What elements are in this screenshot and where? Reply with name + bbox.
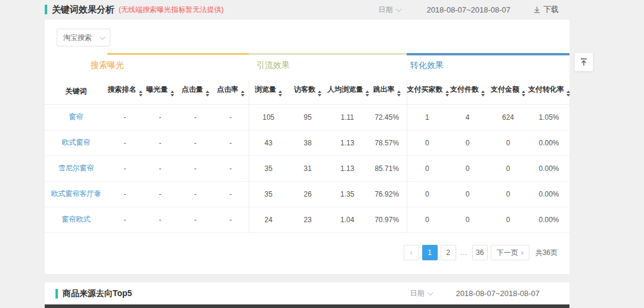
keyword-link[interactable]: 欧式窗帘 (62, 138, 91, 147)
column-header-12[interactable]: 支付转化率 (528, 79, 569, 104)
column-header-2[interactable]: 曝光量 (143, 79, 178, 104)
pagination: ‹12...36下一页›共36页 (404, 245, 558, 260)
pagination-page-1[interactable]: 1 (422, 245, 438, 260)
value-cell: - (178, 104, 213, 130)
column-header-11[interactable]: 支付金额 (488, 79, 528, 104)
channel-select-dropdown[interactable]: 淘宝搜索 (57, 29, 110, 46)
filter-row: 淘宝搜索 (45, 20, 569, 46)
column-header-4[interactable]: 点击率 (213, 79, 249, 104)
value-cell: 38 (288, 130, 327, 155)
value-cell: 624 (488, 104, 528, 130)
back-to-top-icon (579, 57, 589, 67)
keyword-cell: 欧式窗帘 (45, 130, 107, 155)
value-cell: 0.00% (528, 130, 569, 155)
bottom-section-title: 商品来源去向Top5 (63, 288, 132, 299)
keyword-link[interactable]: 窗帘欧式 (62, 215, 91, 223)
sort-icon[interactable] (566, 89, 570, 98)
value-cell: - (143, 181, 178, 207)
value-cell: - (107, 155, 143, 181)
column-header-label: 支付件数 (450, 85, 479, 94)
keyword-link[interactable]: 雪尼尔窗帘 (58, 164, 94, 172)
column-header-label: 支付转化率 (528, 85, 564, 94)
column-header-label: 曝光量 (147, 85, 168, 94)
pagination-next-button[interactable]: 下一页› (491, 245, 530, 260)
pagination-page-36[interactable]: 36 (472, 245, 488, 260)
back-to-top-button[interactable] (574, 52, 593, 71)
value-cell: 0 (447, 130, 488, 155)
keyword-table: 关键词搜索排名曝光量点击量点击率浏览量访客数人均浏览量跳出率支付买家数支付件数支… (45, 79, 569, 233)
download-button[interactable]: 下载 (533, 4, 559, 15)
sort-icon[interactable] (366, 89, 369, 98)
value-cell: - (213, 155, 249, 181)
value-cell: - (178, 181, 213, 207)
keyword-cell: 雪尼尔窗帘 (45, 155, 107, 181)
value-cell: 0 (407, 207, 447, 232)
value-cell: 1.35 (327, 181, 367, 207)
sort-icon[interactable] (278, 89, 282, 98)
group-label-1: 引流效果 (256, 60, 290, 71)
keyword-cell: 欧式窗帘客厅奢 (45, 181, 107, 207)
sort-icon[interactable] (522, 89, 525, 98)
value-cell: - (178, 155, 213, 181)
sort-icon[interactable] (206, 89, 209, 98)
sort-icon[interactable] (171, 89, 174, 98)
sort-icon[interactable] (397, 89, 401, 98)
title-accent-bar (45, 5, 47, 14)
value-cell: - (213, 104, 249, 130)
column-header-9[interactable]: 支付买家数 (407, 79, 447, 104)
date-filter-dropdown[interactable]: 日期 (378, 5, 400, 15)
value-cell: 31 (288, 155, 327, 181)
value-cell: - (143, 155, 178, 181)
value-cell: - (143, 130, 178, 155)
column-header-6[interactable]: 访客数 (288, 79, 327, 104)
value-cell: 26 (288, 181, 327, 207)
value-cell: 78.57% (367, 130, 407, 155)
value-cell: 0 (407, 155, 447, 181)
column-header-label: 跳出率 (373, 85, 395, 94)
download-icon (533, 6, 541, 14)
value-cell: 72.45% (367, 104, 407, 130)
keyword-cell: 窗帘 (45, 104, 107, 130)
value-cell: - (107, 181, 143, 207)
value-cell: 70.97% (367, 207, 407, 232)
bottom-divider-strip (45, 304, 569, 308)
page-title: 关键词效果分析 (52, 4, 114, 15)
column-header-label: 点击率 (217, 85, 239, 94)
column-header-1[interactable]: 搜索排名 (107, 79, 143, 104)
column-header-5[interactable]: 浏览量 (249, 79, 288, 104)
pagination-prev-button[interactable]: ‹ (404, 245, 419, 260)
value-cell: 35 (249, 181, 288, 207)
column-header-10[interactable]: 支付件数 (447, 79, 488, 104)
column-header-3[interactable]: 点击量 (178, 79, 213, 104)
value-cell: 4 (447, 104, 488, 130)
pagination-page-2[interactable]: 2 (441, 245, 456, 260)
date-range-value: 2018-08-07~2018-08-07 (456, 289, 540, 298)
download-label: 下载 (543, 4, 559, 15)
sort-icon[interactable] (241, 89, 244, 98)
value-cell: 24 (249, 207, 288, 232)
column-header-label: 搜索排名 (108, 85, 137, 94)
table-body: 窗帘----105951.1172.45%146241.05%欧式窗帘----4… (45, 104, 569, 232)
value-cell: - (107, 104, 143, 130)
column-header-7[interactable]: 人均浏览量 (327, 79, 367, 104)
value-cell: 1.05% (528, 104, 569, 130)
sort-icon[interactable] (445, 89, 449, 98)
value-cell: 0 (447, 181, 488, 207)
sort-icon[interactable] (139, 89, 143, 98)
column-header-label: 关键词 (66, 87, 87, 95)
value-cell: 23 (288, 207, 327, 232)
value-cell: 1.13 (327, 130, 367, 155)
sort-icon[interactable] (318, 89, 321, 98)
value-cell: 0 (488, 207, 528, 232)
pagination-ellipsis: ... (459, 248, 469, 257)
value-cell: - (213, 207, 249, 232)
value-cell: - (143, 207, 178, 232)
sort-icon[interactable] (481, 89, 485, 98)
keyword-link[interactable]: 窗帘 (69, 113, 83, 121)
column-header-8[interactable]: 跳出率 (367, 79, 407, 104)
date-controls: 日期 2018-08-07~2018-08-07 (410, 288, 540, 298)
value-cell: 0.00% (528, 155, 569, 181)
keyword-link[interactable]: 欧式窗帘客厅奢 (51, 189, 101, 198)
date-filter-dropdown[interactable]: 日期 (410, 288, 432, 298)
chevron-down-icon (100, 34, 106, 40)
